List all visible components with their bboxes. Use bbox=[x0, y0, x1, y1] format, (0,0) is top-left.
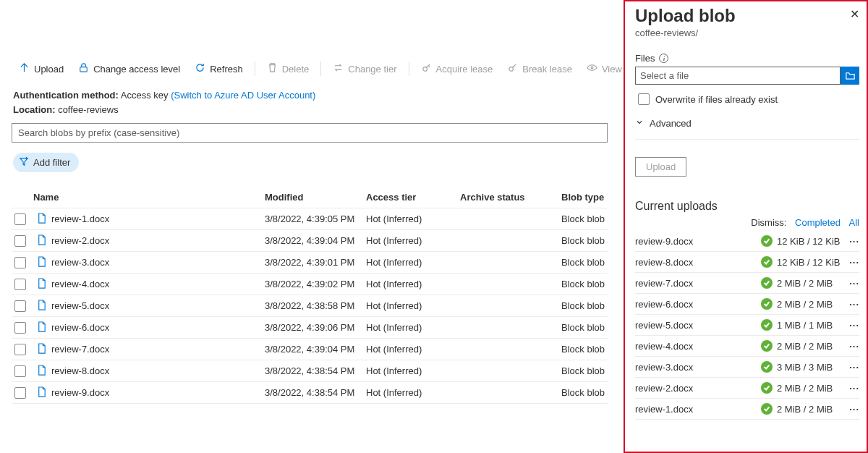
row-checkbox[interactable] bbox=[14, 300, 26, 312]
cell-modified: 3/8/2022, 4:38:54 PM bbox=[265, 365, 366, 376]
file-name: review-4.docx bbox=[51, 279, 109, 289]
cell-blobtype: Block blob bbox=[561, 300, 626, 311]
upload-size: 2 MiB / 2 MiB bbox=[777, 278, 842, 289]
more-icon[interactable]: ··· bbox=[842, 383, 859, 394]
search-input[interactable]: Search blobs by prefix (case-sensitive) bbox=[12, 123, 608, 143]
table-row[interactable]: review-9.docx3/8/2022, 4:38:54 PMHot (In… bbox=[12, 382, 608, 404]
table-row[interactable]: review-5.docx3/8/2022, 4:38:58 PMHot (In… bbox=[12, 295, 608, 317]
upload-row: review-6.docx2 MiB / 2 MiB··· bbox=[635, 294, 859, 315]
row-checkbox[interactable] bbox=[14, 279, 26, 290]
file-icon bbox=[36, 386, 47, 399]
separator bbox=[320, 62, 321, 76]
success-icon bbox=[761, 340, 773, 352]
cell-tier: Hot (Inferred) bbox=[366, 235, 460, 246]
more-icon[interactable]: ··· bbox=[842, 320, 859, 331]
col-modified[interactable]: Modified bbox=[265, 192, 366, 203]
success-icon bbox=[761, 382, 773, 394]
change-tier-button[interactable]: Change tier bbox=[327, 59, 402, 78]
overwrite-label: Overwrite if files already exist bbox=[655, 94, 778, 105]
cell-tier: Hot (Inferred) bbox=[366, 257, 460, 268]
upload-size: 12 KiB / 12 KiB bbox=[777, 236, 842, 247]
row-checkbox[interactable] bbox=[14, 257, 26, 268]
upload-row: review-2.docx2 MiB / 2 MiB··· bbox=[635, 378, 859, 399]
row-checkbox[interactable] bbox=[14, 387, 26, 399]
switch-auth-link[interactable]: (Switch to Azure AD User Account) bbox=[171, 90, 315, 101]
more-icon[interactable]: ··· bbox=[842, 299, 859, 310]
cell-blobtype: Block blob bbox=[561, 387, 626, 398]
upload-name: review-1.docx bbox=[635, 404, 761, 415]
upload-size: 2 MiB / 2 MiB bbox=[777, 404, 842, 415]
delete-button[interactable]: Delete bbox=[261, 59, 315, 78]
upload-row: review-7.docx2 MiB / 2 MiB··· bbox=[635, 273, 859, 294]
break-lease-button[interactable]: Break lease bbox=[501, 59, 578, 78]
change-tier-label: Change tier bbox=[348, 64, 396, 75]
add-filter-button[interactable]: Add filter bbox=[13, 153, 79, 172]
more-icon[interactable]: ··· bbox=[842, 362, 859, 373]
browse-button[interactable] bbox=[841, 67, 859, 85]
close-icon[interactable]: ✕ bbox=[850, 7, 859, 21]
success-icon bbox=[761, 235, 773, 247]
acquire-lease-label: Acquire lease bbox=[436, 64, 493, 75]
upload-size: 1 MiB / 1 MiB bbox=[777, 320, 842, 331]
overwrite-checkbox[interactable] bbox=[638, 93, 650, 105]
refresh-button[interactable]: Refresh bbox=[189, 59, 249, 78]
cell-tier: Hot (Inferred) bbox=[366, 279, 460, 289]
filter-plus-icon bbox=[19, 156, 29, 169]
auth-value: Access key bbox=[121, 90, 169, 101]
upload-name: review-2.docx bbox=[635, 383, 761, 394]
cell-blobtype: Block blob bbox=[561, 322, 626, 333]
table-row[interactable]: review-8.docx3/8/2022, 4:38:54 PMHot (In… bbox=[12, 360, 608, 382]
more-icon[interactable]: ··· bbox=[842, 278, 859, 289]
upload-button[interactable]: Upload bbox=[13, 59, 69, 78]
more-icon[interactable]: ··· bbox=[842, 257, 859, 268]
table-row[interactable]: review-2.docx3/8/2022, 4:39:04 PMHot (In… bbox=[12, 230, 608, 252]
table-row[interactable]: review-4.docx3/8/2022, 4:39:02 PMHot (In… bbox=[12, 274, 608, 295]
upload-name: review-5.docx bbox=[635, 320, 761, 331]
more-icon[interactable]: ··· bbox=[842, 236, 859, 247]
separator bbox=[409, 62, 409, 76]
row-checkbox[interactable] bbox=[14, 365, 26, 377]
upload-row: review-3.docx3 MiB / 3 MiB··· bbox=[635, 357, 859, 378]
col-tier[interactable]: Access tier bbox=[366, 192, 460, 203]
row-checkbox[interactable] bbox=[14, 235, 26, 247]
dismiss-all-link[interactable]: All bbox=[849, 217, 859, 228]
upload-row: review-4.docx2 MiB / 2 MiB··· bbox=[635, 336, 859, 357]
info-icon[interactable]: i bbox=[659, 54, 668, 63]
advanced-toggle[interactable]: Advanced bbox=[635, 118, 859, 140]
row-checkbox[interactable] bbox=[14, 344, 26, 355]
row-checkbox[interactable] bbox=[14, 322, 26, 334]
eye-icon bbox=[587, 62, 597, 75]
acquire-lease-button[interactable]: Acquire lease bbox=[415, 59, 499, 78]
cell-tier: Hot (Inferred) bbox=[366, 365, 460, 376]
break-lease-icon bbox=[507, 62, 518, 75]
upload-submit-button[interactable]: Upload bbox=[635, 157, 686, 177]
row-checkbox[interactable] bbox=[14, 213, 26, 225]
swap-icon bbox=[333, 62, 344, 75]
more-icon[interactable]: ··· bbox=[842, 341, 859, 352]
table-row[interactable]: review-7.docx3/8/2022, 4:39:04 PMHot (In… bbox=[12, 339, 608, 360]
upload-row: review-9.docx12 KiB / 12 KiB··· bbox=[635, 231, 859, 252]
table-row[interactable]: review-6.docx3/8/2022, 4:39:06 PMHot (In… bbox=[12, 317, 608, 339]
upload-size: 2 MiB / 2 MiB bbox=[777, 299, 842, 310]
table-row[interactable]: review-3.docx3/8/2022, 4:39:01 PMHot (In… bbox=[12, 252, 608, 274]
cell-tier: Hot (Inferred) bbox=[366, 387, 460, 398]
col-name[interactable]: Name bbox=[33, 192, 265, 203]
file-icon bbox=[36, 278, 47, 291]
cell-blobtype: Block blob bbox=[561, 235, 626, 246]
upload-row: review-8.docx12 KiB / 12 KiB··· bbox=[635, 252, 859, 273]
upload-name: review-4.docx bbox=[635, 341, 761, 352]
upload-size: 2 MiB / 2 MiB bbox=[777, 341, 842, 352]
break-lease-label: Break lease bbox=[522, 64, 572, 75]
upload-label: Upload bbox=[34, 64, 64, 75]
upload-name: review-8.docx bbox=[635, 257, 761, 268]
trash-icon bbox=[267, 62, 278, 75]
col-archive[interactable]: Archive status bbox=[460, 192, 561, 203]
dismiss-completed-link[interactable]: Completed bbox=[795, 217, 841, 228]
change-access-button[interactable]: Change access level bbox=[72, 59, 186, 78]
more-icon[interactable]: ··· bbox=[842, 404, 859, 415]
col-blobtype[interactable]: Blob type bbox=[561, 192, 626, 203]
file-select-input[interactable]: Select a file bbox=[635, 67, 841, 85]
table-row[interactable]: review-1.docx3/8/2022, 4:39:05 PMHot (In… bbox=[12, 208, 608, 230]
file-name: review-2.docx bbox=[51, 235, 109, 246]
access-label: Change access level bbox=[93, 64, 180, 75]
